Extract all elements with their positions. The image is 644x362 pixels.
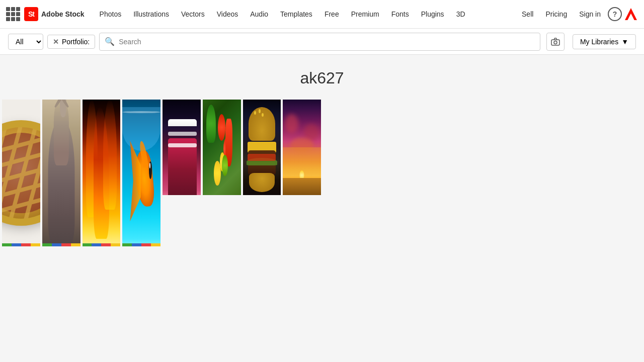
gallery-row-2 [163,100,321,246]
search-input[interactable] [119,38,535,46]
my-libraries-chevron-icon: ▼ [621,38,628,46]
gallery [0,98,644,250]
page-title: ak627 [0,69,644,87]
gallery-item-sunset[interactable] [283,100,321,195]
nav-link-fonts[interactable]: Fonts [385,0,415,29]
nav-signin-link[interactable]: Sign in [574,0,606,29]
search-input-wrap: 🔍 [99,33,540,51]
nav-link-templates[interactable]: Templates [274,0,318,29]
gallery-item-fish[interactable] [122,100,160,246]
portfolio-filter-label: Portfolio: [62,38,90,46]
svg-rect-2 [551,40,559,45]
adobe-stock-logo-text: Adobe Stock [41,10,85,18]
nav-link-photos[interactable]: Photos [94,0,128,29]
search-bar: All ✕ Portfolio: 🔍 My Libraries ▼ [0,29,644,55]
nav-link-videos[interactable]: Videos [211,0,245,29]
help-icon[interactable]: ? [608,7,622,21]
visual-search-button[interactable] [546,33,565,51]
nav-link-3d[interactable]: 3D [450,0,471,29]
my-libraries-label: My Libraries [580,38,618,46]
portfolio-filter-tag[interactable]: ✕ Portfolio: [47,35,95,49]
adobe-stock-logo[interactable]: St Adobe Stock [24,7,85,21]
navbar: St Adobe Stock Photos Illustrations Vect… [0,0,644,29]
adobe-logo-icon [624,7,638,21]
nav-link-free[interactable]: Free [318,0,345,29]
nav-link-vectors[interactable]: Vectors [175,0,211,29]
nav-sell-link[interactable]: Sell [517,0,538,29]
portfolio-filter-remove[interactable]: ✕ [53,38,59,46]
nav-link-plugins[interactable]: Plugins [415,0,450,29]
my-libraries-button[interactable]: My Libraries ▼ [573,34,636,49]
gallery-item-pie[interactable] [2,100,40,246]
filter-select[interactable]: All [8,34,43,50]
gallery-row-1 [2,100,160,246]
gallery-item-fire[interactable] [83,100,121,246]
grid-menu-icon[interactable] [6,7,20,21]
gallery-item-veggies[interactable] [203,100,241,195]
search-icon: 🔍 [105,37,115,46]
nav-links: Photos Illustrations Vectors Videos Audi… [94,0,517,29]
svg-point-3 [554,41,557,44]
gallery-item-cake[interactable] [163,100,201,195]
nav-link-illustrations[interactable]: Illustrations [127,0,175,29]
nav-pricing-link[interactable]: Pricing [540,0,572,29]
nav-link-audio[interactable]: Audio [244,0,274,29]
nav-right: Sell Pricing Sign in ? [517,0,638,29]
adobe-stock-logo-icon: St [24,7,38,21]
gallery-item-burger[interactable] [243,100,281,195]
page-title-section: ak627 [0,55,644,98]
nav-link-premium[interactable]: Premium [345,0,385,29]
gallery-item-kangaroo[interactable] [42,100,80,246]
